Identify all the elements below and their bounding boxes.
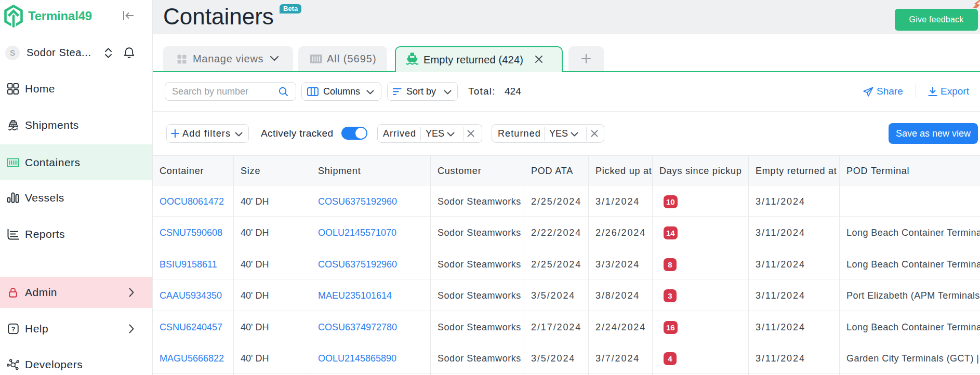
svg-text:?: ? (11, 326, 16, 333)
